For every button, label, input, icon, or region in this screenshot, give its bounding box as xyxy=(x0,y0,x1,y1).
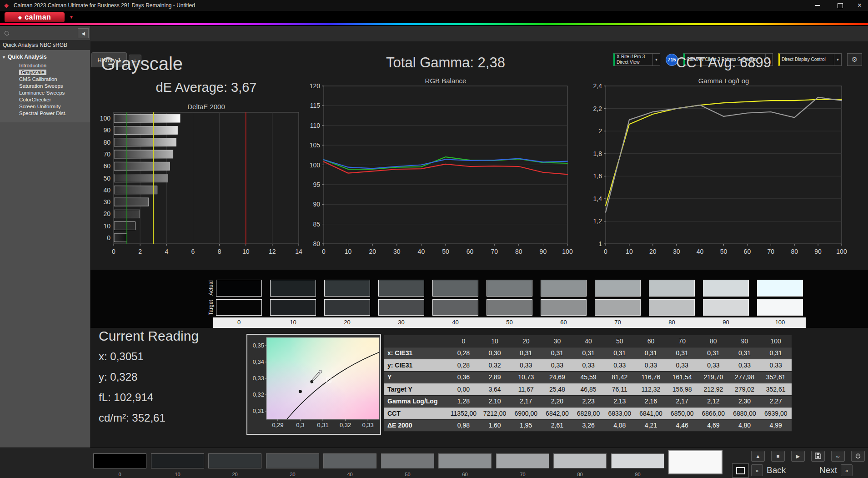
pattern-patch-100-selected[interactable] xyxy=(668,450,722,474)
svg-text:115: 115 xyxy=(310,102,321,109)
next-skip-icon[interactable]: » xyxy=(841,464,853,476)
table-row-label-target-y: Target Y xyxy=(384,383,448,396)
table-cell: 0,31 xyxy=(760,347,792,360)
back-button[interactable]: « Back xyxy=(751,464,786,476)
actual-swatch-80 xyxy=(649,280,695,297)
table-cell: 2,61 xyxy=(542,420,573,432)
pattern-patch-20[interactable] xyxy=(208,453,261,468)
table-cell: 116,76 xyxy=(635,372,667,384)
pattern-patch-40[interactable] xyxy=(323,453,376,468)
svg-text:100: 100 xyxy=(310,161,321,169)
table-column-header: 50 xyxy=(604,335,635,347)
pattern-patch-10[interactable] xyxy=(151,453,204,468)
patch-level-label: 20 xyxy=(208,472,261,477)
table-cell: 0,31 xyxy=(667,347,698,360)
svg-text:100: 100 xyxy=(100,115,111,122)
sidebar-item-saturation-sweeps[interactable]: Saturation Sweeps xyxy=(0,83,90,90)
table-cell: 6828,00 xyxy=(573,408,604,420)
pattern-patch-60[interactable] xyxy=(438,453,492,468)
save-button[interactable] xyxy=(811,451,825,462)
calman-brand-text: calman xyxy=(25,13,51,21)
table-cell: 24,69 xyxy=(542,372,573,384)
pattern-patch-30[interactable] xyxy=(266,453,319,468)
table-row-label-cct: CCT xyxy=(384,408,448,420)
sidebar-item-cms-calibration[interactable]: CMS Calibration xyxy=(0,76,90,83)
sidebar-item-colorchecker[interactable]: ColorChecker xyxy=(0,96,90,103)
table-column-header: 90 xyxy=(729,335,760,347)
actual-swatch-60 xyxy=(541,280,587,297)
svg-text:10: 10 xyxy=(345,248,352,255)
svg-text:40: 40 xyxy=(697,248,704,255)
settings-gear-button[interactable]: ⚙ xyxy=(847,53,862,66)
pattern-window-toggle-button[interactable] xyxy=(732,463,749,478)
table-row-label-gamma-log-log: Gamma Log/Log xyxy=(384,396,448,408)
table-cell: 0,33 xyxy=(698,359,729,372)
swatch-level-label: 10 xyxy=(270,319,316,326)
play-button[interactable]: ▶ xyxy=(791,451,805,462)
pattern-patch-90[interactable] xyxy=(611,453,664,468)
logo-menu-chevron-icon[interactable]: ▼ xyxy=(69,15,74,20)
power-icon xyxy=(855,453,861,460)
patch-level-label: 60 xyxy=(438,472,492,477)
table-column-header: 0 xyxy=(448,335,479,347)
table-cell: 4,69 xyxy=(698,420,729,432)
sidebar-item-grayscale[interactable]: Grayscale xyxy=(0,69,90,76)
sidebar-item-screen-uniformity[interactable]: Screen Uniformity xyxy=(0,103,90,110)
svg-text:40: 40 xyxy=(418,248,425,255)
table-cell: 6900,00 xyxy=(510,408,542,420)
swatch-level-label: 70 xyxy=(595,319,641,326)
maximize-icon xyxy=(838,3,843,8)
table-cell: 76,11 xyxy=(604,383,635,396)
svg-text:90: 90 xyxy=(540,248,547,255)
pattern-patch-50[interactable] xyxy=(381,453,434,468)
target-swatch-0 xyxy=(216,299,262,316)
current-reading-panel: Current Reading x: 0,3051 y: 0,328 fL: 1… xyxy=(99,328,199,432)
total-gamma-heading: Total Gamma: 2,38 xyxy=(324,55,567,71)
table-cell: 0,30 xyxy=(479,347,511,360)
pattern-window-icon xyxy=(736,467,745,474)
svg-text:30: 30 xyxy=(103,198,110,206)
svg-text:2: 2 xyxy=(598,127,602,135)
table-column-header: 70 xyxy=(667,335,698,347)
target-swatch-90 xyxy=(703,299,749,316)
table-cell: 3,64 xyxy=(479,383,511,396)
next-button[interactable]: Next » xyxy=(819,464,853,476)
table-cell: 2,23 xyxy=(573,396,604,408)
svg-text:0,32: 0,32 xyxy=(253,391,264,398)
workflow-tree: ▾Quick Analysis IntroductionGrayscaleCMS… xyxy=(0,50,90,122)
tree-root-quick-analysis[interactable]: ▾Quick Analysis xyxy=(0,52,90,62)
collapse-up-button[interactable]: ▲ xyxy=(751,451,765,462)
bottom-pattern-bar: 0102030405060708090 ▲■▶∞ « Back Next » xyxy=(0,448,868,478)
page-title: Grayscale xyxy=(101,54,183,74)
close-button[interactable]: × xyxy=(851,0,868,11)
rainbow-gradient-stripe xyxy=(0,23,868,25)
sidebar-item-spectral-power-dist[interactable]: Spectral Power Dist. xyxy=(0,110,90,117)
play-icon: ▶ xyxy=(796,453,800,459)
sidebar-item-luminance-sweeps[interactable]: Luminance Sweeps xyxy=(0,90,90,96)
calman-app: ◆ Calman 2023 Calman Ultimate for Busine… xyxy=(0,0,868,478)
pattern-patch-0[interactable] xyxy=(93,453,146,468)
pattern-patch-70[interactable] xyxy=(496,453,549,468)
collapse-sidebar-button[interactable]: ◀ xyxy=(78,28,89,38)
stop-button[interactable]: ■ xyxy=(771,451,785,462)
pin-dot-icon[interactable] xyxy=(5,31,9,35)
measurement-table: 0102030405060708090100x: CIE310,280,300,… xyxy=(384,335,792,432)
table-cell: 0,31 xyxy=(635,347,667,360)
pattern-patch-80[interactable] xyxy=(553,453,607,468)
loop-button[interactable]: ∞ xyxy=(831,451,845,462)
table-cell: 6880,00 xyxy=(729,408,760,420)
stop-icon: ■ xyxy=(777,453,780,459)
svg-text:70: 70 xyxy=(491,248,498,255)
patch-level-label: 90 xyxy=(611,472,664,477)
svg-text:1,2: 1,2 xyxy=(593,217,602,225)
power-button[interactable] xyxy=(851,451,865,462)
table-cell: 112,32 xyxy=(635,383,667,396)
back-skip-icon[interactable]: « xyxy=(751,464,763,476)
reading-cdm2-value: cd/m²: 352,61 xyxy=(99,412,199,424)
sidebar-item-introduction[interactable]: Introduction xyxy=(0,62,90,69)
maximize-button[interactable] xyxy=(830,0,850,11)
deltae-2000-bar-chart: 024681012141009080706050403020100 xyxy=(91,109,305,259)
svg-text:0,33: 0,33 xyxy=(362,422,374,428)
minimize-button[interactable] xyxy=(808,0,828,11)
table-cell: 212,92 xyxy=(698,383,729,396)
